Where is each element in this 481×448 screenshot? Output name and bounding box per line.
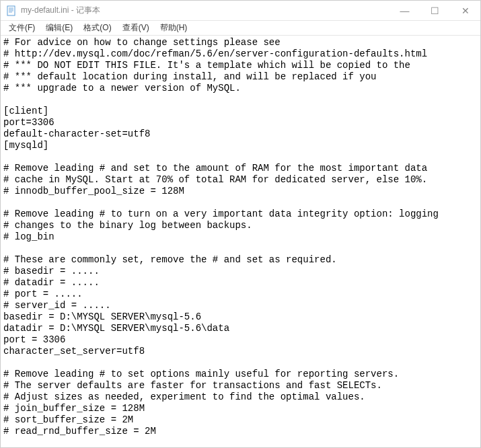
close-button[interactable]: ✕	[450, 1, 480, 21]
text-editor[interactable]: # For advice on how to change settings p…	[1, 36, 480, 447]
menu-view[interactable]: 查看(V)	[117, 21, 155, 35]
maximize-button[interactable]: ☐	[420, 1, 450, 21]
minimize-button[interactable]: —	[390, 1, 420, 21]
window-title: my-default.ini - 记事本	[21, 5, 100, 16]
menu-help[interactable]: 帮助(H)	[155, 21, 193, 35]
menu-format[interactable]: 格式(O)	[78, 21, 116, 35]
menu-file[interactable]: 文件(F)	[3, 21, 40, 35]
window-controls: — ☐ ✕	[390, 1, 480, 21]
notepad-icon	[6, 5, 17, 16]
menubar: 文件(F) 编辑(E) 格式(O) 查看(V) 帮助(H)	[1, 21, 480, 36]
menu-edit[interactable]: 编辑(E)	[40, 21, 78, 35]
titlebar: my-default.ini - 记事本 — ☐ ✕	[1, 1, 480, 21]
